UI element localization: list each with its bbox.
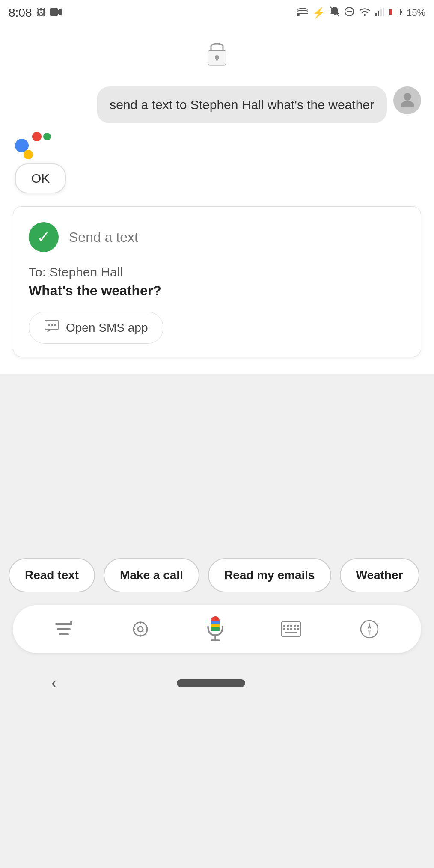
- toolbar-pill: [13, 605, 421, 653]
- svg-rect-2: [297, 13, 308, 14]
- svg-rect-45: [283, 625, 285, 627]
- wifi-icon: [359, 7, 371, 19]
- suggestions-row: Read text Make a call Read my emails Wea…: [0, 545, 434, 601]
- card-header: ✓ Send a text: [29, 222, 405, 252]
- svg-rect-12: [383, 8, 384, 16]
- battery-text: 15%: [407, 7, 425, 18]
- open-sms-label: Open SMS app: [66, 321, 148, 335]
- svg-rect-10: [378, 11, 379, 16]
- card-to: To: Stephen Hall: [29, 265, 405, 279]
- sms-icon: [45, 320, 59, 336]
- svg-rect-15: [401, 11, 402, 13]
- svg-rect-46: [287, 625, 289, 627]
- svg-point-30: [134, 622, 147, 636]
- svg-rect-26: [55, 623, 72, 625]
- suggestion-make-call[interactable]: Make a call: [104, 558, 199, 592]
- svg-rect-9: [375, 13, 377, 16]
- svg-marker-1: [58, 8, 62, 16]
- bell-off-icon: [330, 6, 340, 20]
- svg-point-31: [138, 627, 143, 632]
- svg-marker-58: [368, 629, 371, 636]
- dot-yellow: [24, 150, 33, 159]
- main-content: send a text to Stephen Hall what's the w…: [0, 26, 434, 374]
- battery-icon: [389, 7, 402, 18]
- status-bar: 8:08 🖼 ⚡ 15%: [0, 0, 434, 26]
- keyboard-icon[interactable]: [276, 617, 306, 641]
- svg-rect-41: [211, 624, 220, 627]
- svg-rect-14: [390, 9, 392, 15]
- lock-area: [0, 26, 434, 82]
- send-text-card: ✓ Send a text To: Stephen Hall What's th…: [13, 206, 421, 357]
- dot-red: [32, 132, 42, 141]
- svg-rect-51: [287, 628, 289, 630]
- gray-spacer: [0, 374, 434, 545]
- ok-response: OK: [15, 163, 66, 193]
- svg-rect-49: [297, 625, 299, 627]
- svg-rect-0: [50, 8, 58, 16]
- svg-rect-43: [211, 627, 220, 631]
- svg-rect-28: [59, 633, 69, 635]
- ok-button-area: OK: [13, 163, 421, 193]
- assistant-dots: [13, 132, 421, 159]
- svg-marker-57: [368, 622, 371, 629]
- svg-point-24: [51, 324, 53, 326]
- svg-point-25: [54, 324, 56, 326]
- check-circle: ✓: [29, 222, 59, 252]
- cast-icon: [297, 7, 308, 19]
- microphone-button[interactable]: [205, 615, 226, 644]
- svg-rect-54: [297, 628, 299, 630]
- status-left: 8:08 🖼: [9, 6, 62, 20]
- svg-point-23: [48, 324, 50, 326]
- svg-point-20: [404, 93, 411, 101]
- check-icon: ✓: [37, 228, 51, 247]
- suggestion-read-emails[interactable]: Read my emails: [208, 558, 331, 592]
- photo-icon: 🖼: [36, 7, 46, 18]
- card-title: Send a text: [69, 229, 138, 245]
- video-icon: [50, 7, 62, 19]
- svg-rect-52: [290, 628, 292, 630]
- svg-point-8: [364, 14, 366, 16]
- suggestion-read-text[interactable]: Read text: [9, 558, 95, 592]
- lock-icon: [205, 39, 229, 74]
- status-right: ⚡ 15%: [297, 6, 425, 20]
- lens-icon[interactable]: [127, 615, 154, 643]
- user-message-row: send a text to Stephen Hall what's the w…: [13, 86, 421, 123]
- svg-rect-11: [380, 9, 382, 16]
- user-message-bubble: send a text to Stephen Hall what's the w…: [97, 86, 387, 123]
- svg-rect-55: [285, 632, 297, 633]
- svg-point-21: [401, 101, 414, 107]
- nav-bar: ‹: [0, 662, 434, 705]
- svg-rect-4: [334, 14, 336, 15]
- svg-rect-53: [294, 628, 296, 630]
- svg-rect-48: [294, 625, 296, 627]
- bottom-toolbar: [0, 601, 434, 662]
- avatar-icon: [399, 90, 416, 111]
- svg-rect-50: [283, 628, 285, 630]
- chat-area: send a text to Stephen Hall what's the w…: [0, 82, 434, 374]
- svg-rect-19: [216, 57, 218, 61]
- bluetooth-icon: ⚡: [312, 7, 325, 19]
- compass-icon[interactable]: [356, 615, 383, 643]
- dnd-icon: [344, 6, 354, 19]
- svg-point-3: [297, 14, 300, 16]
- assistant-menu-icon[interactable]: [51, 617, 77, 641]
- home-pill[interactable]: [177, 679, 245, 687]
- user-avatar: [393, 86, 421, 114]
- svg-rect-47: [290, 625, 292, 627]
- open-sms-button[interactable]: Open SMS app: [29, 312, 163, 344]
- signal-icon: [375, 7, 385, 19]
- card-message: What's the weather?: [29, 283, 405, 299]
- svg-rect-27: [57, 628, 71, 630]
- suggestion-weather[interactable]: Weather: [340, 558, 419, 592]
- dot-green: [43, 133, 51, 140]
- status-time: 8:08: [9, 6, 32, 20]
- back-button[interactable]: ‹: [51, 674, 56, 692]
